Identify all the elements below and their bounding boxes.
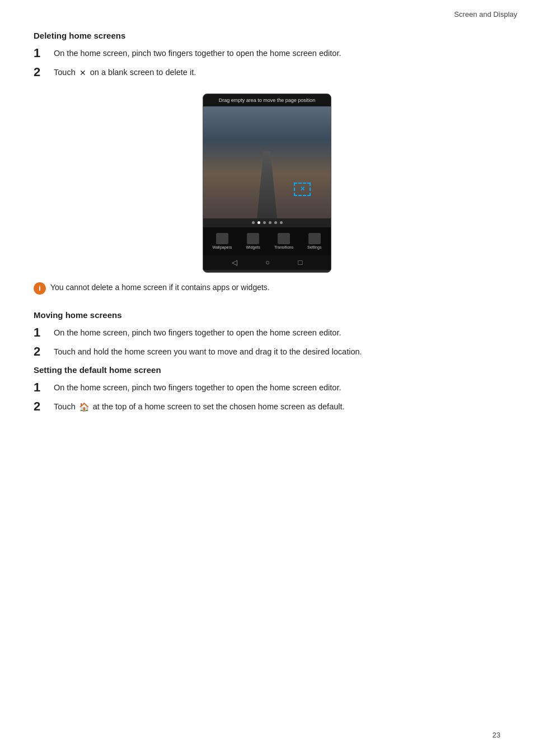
nav-home-icon: ○ [265, 258, 270, 267]
default-step2-text: Touch 🏠 at the top of a home screen to s… [54, 399, 345, 414]
moving-step-1: 1 On the home screen, pinch two fingers … [34, 325, 500, 340]
deleting-step-1: 1 On the home screen, pinch two fingers … [34, 46, 500, 60]
deleting-step1-text: On the home screen, pinch two fingers to… [54, 46, 341, 60]
screenshot-background: ✕ [203, 106, 331, 218]
dot-6 [280, 221, 283, 224]
default-step1-text: On the home screen, pinch two fingers to… [54, 380, 341, 394]
bottom-widgets: Widgets [246, 233, 260, 249]
bottom-transitions: Transitions [274, 233, 293, 249]
phone-screenshot: Drag empty area to move the page positio… [203, 94, 331, 273]
default-step-number-2: 2 [34, 399, 54, 414]
delete-box: ✕ [294, 183, 311, 196]
moving-step1-text: On the home screen, pinch two fingers to… [54, 325, 341, 339]
note-box: i You cannot delete a home screen if it … [34, 282, 500, 295]
transitions-icon [278, 233, 290, 244]
step-number-1: 1 [34, 46, 54, 60]
home-icon: 🏠 [79, 401, 90, 414]
screenshot-nav: ◁ ○ □ [203, 255, 331, 270]
moving-step-number-2: 2 [34, 344, 54, 359]
step-number-2: 2 [34, 65, 54, 80]
deleting-step2-text: Touch ✕ on a blank screen to delete it. [54, 65, 196, 79]
moving-step-number-1: 1 [34, 325, 54, 340]
transitions-label: Transitions [274, 245, 293, 249]
wallpapers-icon [216, 233, 228, 244]
default-step-2: 2 Touch 🏠 at the top of a home screen to… [34, 399, 500, 414]
screenshot-container: Drag empty area to move the page positio… [34, 94, 500, 273]
default-section-title: Setting the default home screen [34, 365, 500, 375]
nav-back-icon: ◁ [232, 258, 237, 267]
dot-2 [257, 221, 260, 224]
delete-x-icon: ✕ [300, 185, 305, 193]
settings-label: Settings [307, 245, 321, 249]
widgets-label: Widgets [246, 245, 260, 249]
default-step-1: 1 On the home screen, pinch two fingers … [34, 380, 500, 395]
screenshot-top-bar: Drag empty area to move the page positio… [203, 94, 331, 106]
bridge-graphic [250, 151, 284, 218]
deleting-step-2: 2 Touch ✕ on a blank screen to delete it… [34, 65, 500, 80]
settings-icon [308, 233, 321, 244]
screenshot-dots [203, 218, 331, 227]
deleting-section-title: Deleting home screens [34, 31, 500, 40]
screenshot-bottom-bar: Wallpapers Widgets Transitions Settings [203, 227, 331, 255]
wallpapers-label: Wallpapers [213, 245, 232, 249]
page-header-title: Screen and Display [454, 10, 517, 18]
nav-recent-icon: □ [298, 258, 303, 267]
moving-section-title: Moving home screens [34, 310, 500, 320]
note-text: You cannot delete a home screen if it co… [50, 282, 270, 293]
moving-step-2: 2 Touch and hold the home screen you wan… [34, 344, 500, 359]
bottom-wallpapers: Wallpapers [213, 233, 232, 249]
bottom-settings: Settings [307, 233, 321, 249]
info-icon: i [34, 282, 46, 295]
default-step-number-1: 1 [34, 380, 54, 395]
moving-step2-text: Touch and hold the home screen you want … [54, 344, 362, 358]
widgets-icon [247, 233, 259, 244]
dot-3 [263, 221, 266, 224]
page-number: 23 [493, 731, 500, 739]
x-icon: ✕ [79, 67, 86, 79]
dot-1 [252, 221, 255, 224]
dot-4 [269, 221, 271, 224]
dot-5 [274, 221, 277, 224]
